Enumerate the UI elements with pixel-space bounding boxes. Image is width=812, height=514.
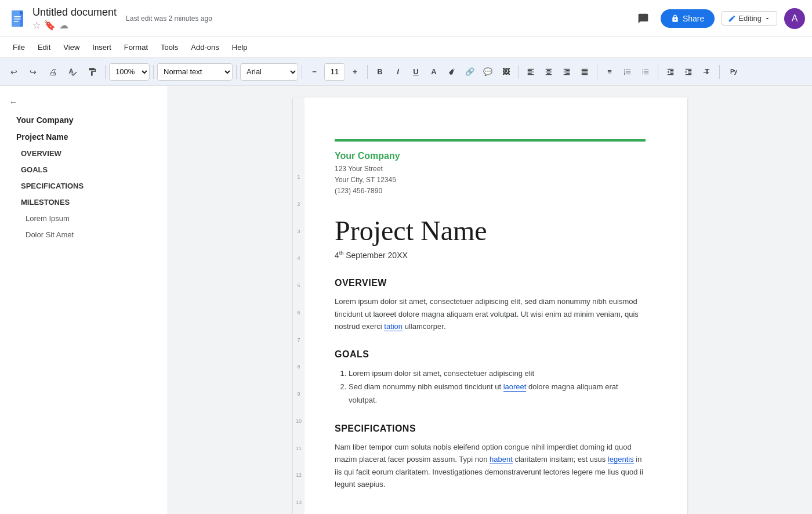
font-size-input[interactable] — [324, 63, 345, 81]
menu-help[interactable]: Help — [226, 41, 253, 54]
indent-increase-button[interactable] — [680, 64, 697, 80]
indent-decrease-button[interactable] — [662, 64, 679, 80]
document-page[interactable]: 1 2 3 4 5 6 7 8 9 10 11 12 13 14 15 16 — [293, 97, 687, 514]
margin-10: 10 — [296, 418, 302, 446]
highlight-button[interactable] — [443, 64, 461, 80]
menu-tools[interactable]: Tools — [155, 41, 184, 54]
app-icon[interactable] — [7, 8, 28, 29]
company-header-line — [335, 139, 646, 142]
pages-container: 1 2 3 4 5 6 7 8 9 10 11 12 13 14 15 16 — [168, 86, 812, 514]
align-center-button[interactable] — [540, 64, 557, 80]
title-bar-right: Share Editing A — [633, 8, 805, 29]
left-margin: 1 2 3 4 5 6 7 8 9 10 11 12 13 14 15 16 — [293, 97, 304, 514]
project-date: 4th September 20XX — [335, 250, 646, 260]
svg-rect-3 — [14, 16, 21, 17]
text-format-group: B I U A 🔗 💬 🖼 — [371, 64, 514, 80]
outline-item-dolor[interactable]: Dolor Sit Amet — [5, 227, 163, 242]
doc-title-area: Untitled document ☆ 🔖 ☁ — [32, 6, 117, 31]
menu-addons[interactable]: Add-ons — [185, 41, 224, 54]
menu-bar: File Edit View Insert Format Tools Add-o… — [0, 37, 812, 58]
outline-item-specs[interactable]: SPECIFICATIONS — [5, 178, 163, 194]
legentis-link[interactable]: legentis — [608, 455, 634, 464]
goals-item-2: Sed diam nonummy nibh euismod tincidunt … — [349, 380, 646, 407]
undo-redo-group: ↩ ↪ — [5, 63, 42, 81]
menu-insert[interactable]: Insert — [86, 41, 117, 54]
paint-format-button[interactable] — [83, 63, 102, 81]
chat-button[interactable] — [633, 8, 654, 29]
sidebar-back-button[interactable]: ← — [0, 93, 168, 111]
color-button[interactable]: A — [425, 64, 443, 80]
specs-text: Nam liber tempor cum soluta nobis eleife… — [335, 441, 646, 491]
spellcheck-button[interactable] — [63, 63, 82, 81]
habent-link[interactable]: habent — [490, 455, 513, 464]
justify-button[interactable] — [576, 64, 593, 80]
italic-button[interactable]: I — [389, 64, 407, 80]
underline-button[interactable]: U — [407, 64, 425, 80]
link-button[interactable]: 🔗 — [461, 64, 478, 80]
outline-item-overview[interactable]: OVERVIEW — [5, 146, 163, 161]
menu-file[interactable]: File — [7, 41, 31, 54]
star-icon[interactable]: ☆ — [32, 20, 41, 31]
outline-item-project[interactable]: Project Name — [5, 129, 163, 145]
cloud-icon[interactable]: ☁ — [59, 20, 68, 31]
font-size-decrease[interactable]: − — [306, 64, 323, 80]
clear-formatting-button[interactable]: T̶ — [698, 64, 716, 80]
avatar[interactable]: A — [784, 8, 805, 29]
overview-text: Lorem ipsum dolor sit amet, consectetuer… — [335, 295, 646, 332]
outline-item-lorem[interactable]: Lorem Ipsum — [5, 211, 163, 226]
svg-rect-4 — [14, 19, 21, 20]
bold-button[interactable]: B — [371, 64, 389, 80]
divider-7 — [597, 65, 597, 79]
title-bar: Untitled document ☆ 🔖 ☁ Last edit was 2 … — [0, 0, 812, 37]
document-title[interactable]: Untitled document — [32, 6, 117, 19]
margin-11: 11 — [296, 446, 302, 473]
toolbar: ↩ ↪ 🖨 100%75%125% Normal textHeading 1He… — [0, 58, 812, 86]
outline-label: Lorem Ipsum — [26, 214, 70, 223]
font-select[interactable]: ArialTimes New RomanCourier New — [240, 63, 298, 81]
align-group — [522, 64, 593, 80]
editing-mode-button[interactable]: Editing — [722, 11, 777, 26]
last-edit-text: Last edit was 2 minutes ago — [126, 15, 212, 23]
divider-5 — [367, 65, 368, 79]
menu-format[interactable]: Format — [118, 41, 154, 54]
indent-group — [662, 64, 697, 80]
image-button[interactable]: 🖼 — [497, 64, 514, 80]
zoom-select[interactable]: 100%75%125% — [109, 63, 150, 81]
undo-button[interactable]: ↩ — [5, 63, 23, 81]
bookmark-icon[interactable]: 🔖 — [44, 20, 56, 31]
comment-button[interactable]: 💬 — [479, 64, 496, 80]
title-bar-left: Untitled document ☆ 🔖 ☁ Last edit was 2 … — [7, 6, 628, 31]
goals-item-1: Lorem ipsum dolor sit amet, consectetuer… — [349, 367, 646, 380]
margin-9: 9 — [297, 391, 300, 418]
font-size-increase[interactable]: + — [346, 64, 364, 80]
align-right-button[interactable] — [558, 64, 575, 80]
bulleted-list-button[interactable] — [637, 64, 654, 80]
outline-item-company[interactable]: Your Company — [5, 112, 163, 128]
menu-edit[interactable]: Edit — [32, 41, 56, 54]
spacing-group: ≡ — [601, 64, 654, 80]
share-label: Share — [683, 14, 704, 23]
goals-list: Lorem ipsum dolor sit amet, consectetuer… — [335, 367, 646, 407]
divider-8 — [658, 65, 658, 79]
outline-label: SPECIFICATIONS — [21, 182, 84, 190]
line-spacing-button[interactable]: ≡ — [601, 64, 618, 80]
style-select[interactable]: Normal textHeading 1Heading 2Heading 3 — [157, 63, 233, 81]
tation-link[interactable]: tation — [384, 322, 403, 331]
python-macro-button[interactable]: Py — [723, 64, 744, 80]
outline-item-milestones[interactable]: MILESTONES — [5, 194, 163, 210]
specs-heading: SPECIFICATIONS — [335, 423, 646, 434]
margin-5: 5 — [297, 283, 300, 310]
margin-12: 12 — [296, 472, 302, 499]
chevron-down-icon — [764, 15, 771, 22]
redo-button[interactable]: ↪ — [24, 63, 42, 81]
menu-view[interactable]: View — [57, 41, 85, 54]
outline-item-goals[interactable]: GOALS — [5, 162, 163, 178]
outline-label: GOALS — [21, 165, 48, 174]
print-button[interactable]: 🖨 — [44, 63, 62, 81]
numbered-list-button[interactable] — [619, 64, 636, 80]
align-left-button[interactable] — [522, 64, 539, 80]
share-button[interactable]: Share — [661, 9, 715, 28]
margin-13: 13 — [296, 499, 302, 514]
content-area: 1 2 3 4 5 6 7 8 9 10 11 12 13 14 15 16 — [168, 86, 812, 514]
laoreet-link[interactable]: laoreet — [503, 382, 527, 392]
